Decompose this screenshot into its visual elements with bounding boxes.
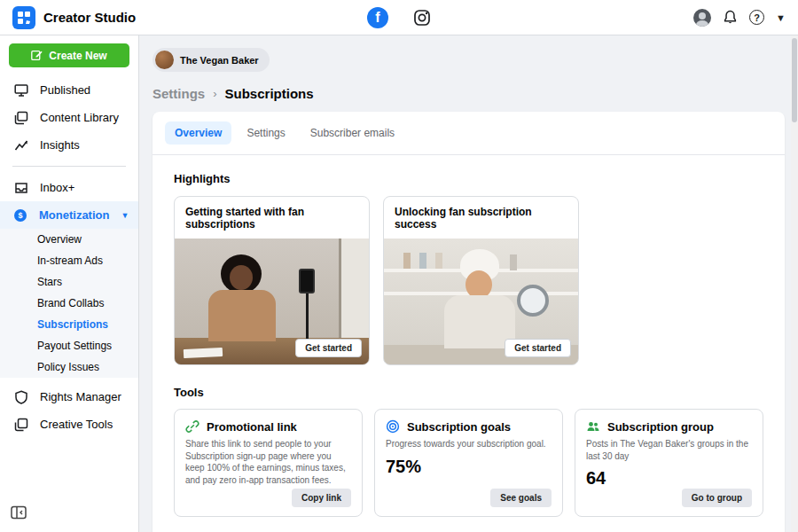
- sidebar-item-content-library[interactable]: Content Library: [0, 104, 138, 131]
- sidebar-item-creative-tools[interactable]: Creative Tools: [0, 411, 138, 438]
- tabs-bar: Overview Settings Subscriber emails: [153, 112, 785, 155]
- vertical-scrollbar[interactable]: [791, 35, 798, 532]
- monitor-icon: [13, 83, 28, 98]
- tab-subscriber-emails[interactable]: Subscriber emails: [301, 121, 404, 145]
- page-avatar: [155, 51, 174, 69]
- link-icon: [185, 419, 200, 434]
- instagram-icon[interactable]: [413, 9, 431, 27]
- platform-switcher: f: [367, 7, 431, 28]
- inbox-icon: [13, 181, 28, 195]
- sidebar-item-label: Content Library: [40, 111, 119, 124]
- tools-section: Tools Promotional link Share this link t…: [153, 386, 785, 517]
- sidebar-item-rights-manager[interactable]: Rights Manager: [0, 383, 138, 411]
- people-icon: [586, 419, 600, 434]
- subitem-label: Payout Settings: [37, 340, 112, 352]
- highlights-heading: Highlights: [174, 172, 763, 185]
- top-bar: Creator Studio f: [0, 0, 798, 35]
- breadcrumb-settings-link[interactable]: Settings: [153, 86, 205, 101]
- dollar-circle-icon: $: [13, 208, 27, 223]
- tool-card-subscription-group: Subscription group Posts in The Vegan Ba…: [575, 409, 763, 517]
- svg-text:$: $: [18, 211, 22, 220]
- sidebar-item-label: Insights: [40, 138, 80, 152]
- collapse-sidebar-icon[interactable]: [11, 505, 27, 520]
- tool-card-description: Share this link to send people to your S…: [185, 438, 351, 486]
- tab-settings[interactable]: Settings: [237, 121, 294, 145]
- subitem-label: Stars: [37, 276, 62, 288]
- breadcrumb-chevron-icon: [213, 87, 216, 100]
- highlights-section: Highlights Getting started with fan subs…: [153, 172, 785, 365]
- highlight-card-getting-started[interactable]: Getting started with fan subscriptions G…: [174, 196, 370, 365]
- tool-card-title: Subscription goals: [407, 420, 511, 434]
- chevron-down-icon: [121, 211, 129, 220]
- topbar-actions: [693, 9, 786, 27]
- sidebar-item-insights[interactable]: Insights: [0, 131, 138, 159]
- creator-studio-logo-icon[interactable]: [12, 6, 35, 29]
- target-icon: [386, 419, 400, 434]
- library-icon: [13, 111, 28, 125]
- page-title: Subscriptions: [225, 86, 314, 101]
- main-content: The Vegan Baker Settings Subscriptions O…: [139, 35, 798, 532]
- subitem-label: Subscriptions: [37, 318, 108, 331]
- go-to-group-button[interactable]: Go to group: [682, 489, 752, 507]
- tool-card-title: Subscription group: [607, 420, 714, 434]
- sidebar-subitem-payout-settings[interactable]: Payout Settings: [0, 335, 138, 356]
- sidebar-subitem-instream-ads[interactable]: In-stream Ads: [0, 250, 138, 271]
- sidebar-item-published[interactable]: Published: [0, 76, 138, 104]
- sidebar-subitem-overview[interactable]: Overview: [0, 229, 138, 250]
- get-started-button[interactable]: Get started: [505, 339, 571, 357]
- creator-studio-app: Creator Studio f Create N: [0, 0, 798, 532]
- sidebar: Create New Published Content Library Ins…: [0, 35, 139, 532]
- sidebar-subitem-policy-issues[interactable]: Policy Issues: [0, 356, 138, 378]
- goal-progress-value: 75%: [386, 457, 552, 477]
- help-icon[interactable]: [749, 10, 764, 25]
- sidebar-divider: [12, 166, 126, 167]
- copy-link-button[interactable]: Copy link: [292, 489, 351, 507]
- sidebar-footer: [0, 497, 138, 532]
- tools-heading: Tools: [174, 386, 763, 399]
- create-new-button[interactable]: Create New: [9, 43, 129, 67]
- tool-card-description: Progress towards your subscription goal.: [386, 438, 552, 450]
- subitem-label: In-stream Ads: [37, 254, 103, 267]
- layers-icon: [13, 418, 28, 432]
- tab-overview[interactable]: Overview: [165, 121, 231, 145]
- highlight-card-unlocking-success[interactable]: Unlocking fan subscription success Get s…: [383, 196, 579, 365]
- facebook-icon[interactable]: f: [367, 7, 388, 28]
- shield-icon: [13, 390, 28, 404]
- highlight-card-title: Unlocking fan subscription success: [384, 197, 578, 239]
- subitem-label: Policy Issues: [37, 361, 99, 373]
- scrollbar-thumb[interactable]: [792, 38, 797, 122]
- highlight-card-title: Getting started with fan subscriptions: [175, 197, 369, 239]
- highlight-card-image: Get started: [384, 239, 578, 364]
- account-menu-chevron-icon[interactable]: [776, 12, 786, 23]
- group-posts-value: 64: [586, 468, 752, 489]
- monetization-section: $ Monetization Overview In-stream Ads St…: [0, 201, 138, 378]
- sidebar-subitem-subscriptions[interactable]: Subscriptions: [0, 314, 138, 335]
- sidebar-subitem-stars[interactable]: Stars: [0, 271, 138, 293]
- subitem-label: Brand Collabs: [37, 297, 104, 309]
- account-switcher-pill[interactable]: The Vegan Baker: [153, 48, 270, 72]
- app-title: Creator Studio: [43, 10, 136, 25]
- profile-avatar[interactable]: [693, 9, 711, 27]
- notifications-bell-icon[interactable]: [723, 10, 738, 25]
- pencil-icon: [31, 50, 43, 61]
- sidebar-item-monetization[interactable]: $ Monetization: [0, 201, 138, 229]
- see-goals-button[interactable]: See goals: [490, 489, 552, 507]
- sidebar-item-label: Published: [40, 83, 90, 97]
- highlight-card-image: Get started: [175, 239, 369, 364]
- page-name: The Vegan Baker: [180, 55, 259, 66]
- create-new-label: Create New: [49, 50, 106, 62]
- sidebar-item-label: Creative Tools: [40, 418, 113, 431]
- tool-card-description: Posts in The Vegan Baker's groups in the…: [586, 438, 752, 462]
- get-started-button[interactable]: Get started: [295, 339, 362, 357]
- breadcrumb: Settings Subscriptions: [153, 86, 785, 101]
- sidebar-item-label: Monetization: [39, 208, 109, 222]
- sidebar-item-label: Rights Manager: [40, 390, 121, 403]
- sidebar-item-label: Inbox+: [40, 181, 74, 194]
- insights-chart-icon: [13, 138, 28, 153]
- tool-card-subscription-goals: Subscription goals Progress towards your…: [374, 409, 563, 517]
- subscriptions-panel: Overview Settings Subscriber emails High…: [153, 112, 785, 532]
- sidebar-item-inbox[interactable]: Inbox+: [0, 174, 138, 201]
- sidebar-subitem-brand-collabs[interactable]: Brand Collabs: [0, 293, 138, 314]
- subitem-label: Overview: [37, 233, 82, 246]
- tool-card-promotional-link: Promotional link Share this link to send…: [174, 409, 363, 517]
